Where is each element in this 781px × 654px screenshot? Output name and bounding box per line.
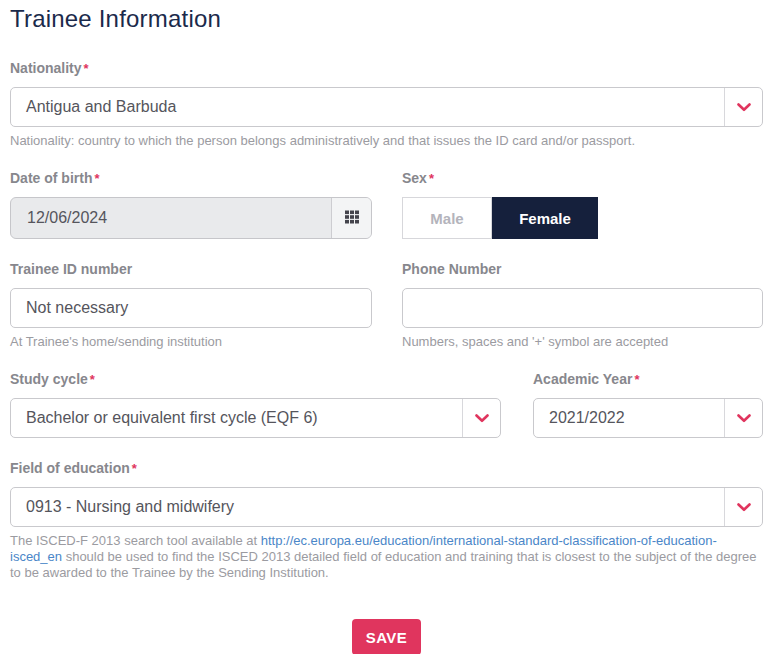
dob-group: Date of birth* bbox=[10, 170, 372, 239]
academic-year-label: Academic Year* bbox=[533, 371, 763, 388]
trainee-id-helper: At Trainee's home/sending institution bbox=[10, 334, 372, 349]
dob-sex-row: Date of birth* bbox=[10, 170, 763, 239]
nationality-label: Nationality* bbox=[10, 60, 763, 77]
field-of-education-selected-value: 0913 - Nursing and midwifery bbox=[11, 488, 724, 526]
dob-field bbox=[10, 197, 372, 239]
trainee-information-form: Trainee Information Nationality* Antigua… bbox=[0, 0, 781, 654]
phone-group: Phone Number Numbers, spaces and '+' sym… bbox=[402, 261, 763, 349]
sex-group: Sex* Male Female bbox=[402, 170, 763, 239]
trainee-id-label: Trainee ID number bbox=[10, 261, 372, 278]
sex-label: Sex* bbox=[402, 170, 763, 187]
chevron-down-icon bbox=[724, 88, 762, 126]
field-of-education-label: Field of education* bbox=[10, 460, 763, 477]
nationality-group: Nationality* Antigua and Barbuda Nationa… bbox=[10, 60, 763, 148]
phone-input[interactable] bbox=[402, 288, 763, 328]
phone-label: Phone Number bbox=[402, 261, 763, 278]
nationality-selected-value: Antigua and Barbuda bbox=[11, 88, 724, 126]
field-of-education-select[interactable]: 0913 - Nursing and midwifery bbox=[10, 487, 763, 527]
study-year-row: Study cycle* Bachelor or equivalent firs… bbox=[10, 371, 763, 438]
trainee-id-group: Trainee ID number At Trainee's home/send… bbox=[10, 261, 372, 349]
id-phone-row: Trainee ID number At Trainee's home/send… bbox=[10, 261, 763, 349]
required-asterisk: * bbox=[634, 372, 639, 387]
save-button[interactable]: SAVE bbox=[352, 619, 421, 654]
required-asterisk: * bbox=[94, 171, 99, 186]
required-asterisk: * bbox=[84, 61, 89, 76]
date-picker-button[interactable] bbox=[331, 198, 371, 238]
isced-helper-text: The ISCED-F 2013 search tool available a… bbox=[10, 533, 763, 581]
required-asterisk: * bbox=[90, 372, 95, 387]
trainee-id-input[interactable] bbox=[10, 288, 372, 328]
save-button-container: SAVE bbox=[10, 619, 763, 654]
page-title: Trainee Information bbox=[10, 4, 763, 34]
academic-year-select[interactable]: 2021/2022 bbox=[533, 398, 763, 438]
sex-option-female[interactable]: Female bbox=[492, 197, 598, 239]
study-cycle-selected-value: Bachelor or equivalent first cycle (EQF … bbox=[11, 399, 462, 437]
nationality-select[interactable]: Antigua and Barbuda bbox=[10, 87, 763, 127]
dob-input[interactable] bbox=[11, 198, 331, 238]
field-of-education-group: Field of education* 0913 - Nursing and m… bbox=[10, 460, 763, 581]
academic-year-selected-value: 2021/2022 bbox=[534, 399, 724, 437]
phone-helper: Numbers, spaces and '+' symbol are accep… bbox=[402, 334, 763, 349]
study-cycle-group: Study cycle* Bachelor or equivalent firs… bbox=[10, 371, 501, 438]
required-asterisk: * bbox=[429, 171, 434, 186]
calendar-grid-icon bbox=[344, 209, 360, 228]
nationality-helper: Nationality: country to which the person… bbox=[10, 133, 763, 148]
chevron-down-icon bbox=[724, 399, 762, 437]
study-cycle-label: Study cycle* bbox=[10, 371, 501, 388]
required-asterisk: * bbox=[132, 461, 137, 476]
sex-toggle: Male Female bbox=[402, 197, 763, 239]
sex-option-male[interactable]: Male bbox=[402, 197, 492, 239]
chevron-down-icon bbox=[724, 488, 762, 526]
study-cycle-select[interactable]: Bachelor or equivalent first cycle (EQF … bbox=[10, 398, 501, 438]
academic-year-group: Academic Year* 2021/2022 bbox=[533, 371, 763, 438]
chevron-down-icon bbox=[462, 399, 500, 437]
dob-label: Date of birth* bbox=[10, 170, 372, 187]
